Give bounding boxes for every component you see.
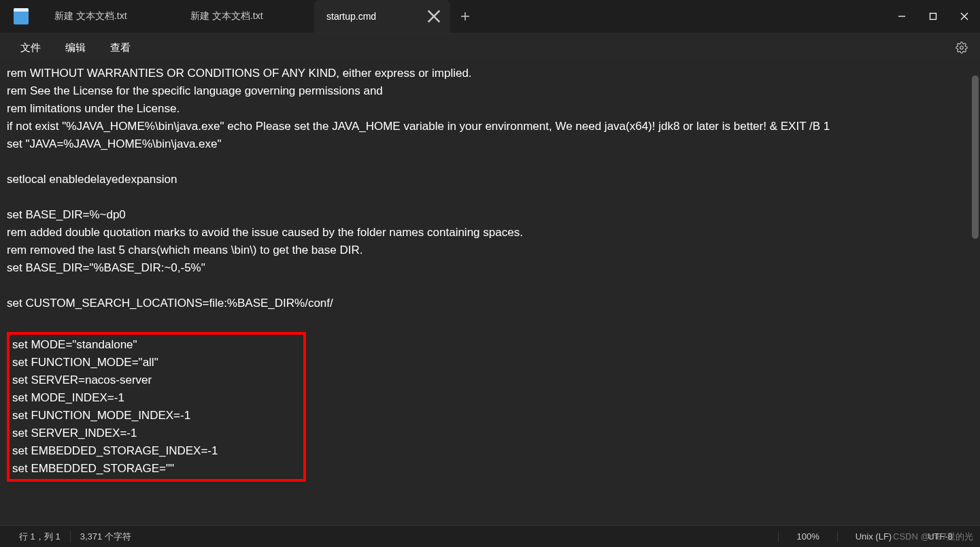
zoom-level[interactable]: 100% (778, 531, 837, 542)
editor-container: rem WITHOUT WARRANTIES OR CONDITIONS OF … (0, 62, 980, 525)
add-tab-button[interactable] (450, 0, 480, 33)
menu-bar-left: 文件 编辑 查看 (8, 37, 143, 59)
svg-point-8 (960, 46, 964, 50)
tabs-container: 新建 文本文档.txt 新建 文本文档.txt startup.cmd (42, 0, 886, 33)
char-count: 3,371 个字符 (71, 531, 141, 543)
close-icon[interactable] (427, 10, 441, 23)
status-bar: 行 1，列 1 3,371 个字符 100% Unix (LF) UTF-8 (0, 525, 980, 547)
highlighted-settings-block: set MODE="standalone" set FUNCTION_MODE=… (7, 332, 306, 482)
app-icon (0, 0, 42, 33)
tab-startup-cmd[interactable]: startup.cmd (314, 0, 450, 33)
svg-rect-5 (930, 14, 936, 20)
menu-bar: 文件 编辑 查看 (0, 33, 980, 62)
line-ending[interactable]: Unix (LF) (837, 531, 909, 542)
close-button[interactable] (949, 0, 980, 33)
notepad-icon (14, 8, 29, 24)
encoding[interactable]: UTF-8 (909, 531, 970, 542)
tab-label: 新建 文本文档.txt (54, 10, 169, 22)
menu-file[interactable]: 文件 (8, 37, 53, 59)
tab-label: startup.cmd (326, 11, 420, 22)
title-bar: 新建 文本文档.txt 新建 文本文档.txt startup.cmd (0, 0, 980, 33)
scrollbar-thumb[interactable] (972, 76, 979, 239)
minimize-button[interactable] (886, 0, 917, 33)
tab-file-1[interactable]: 新建 文本文档.txt (42, 0, 178, 33)
cursor-position: 行 1，列 1 (10, 531, 71, 543)
scrollbar[interactable] (970, 62, 980, 525)
maximize-button[interactable] (917, 0, 949, 33)
window-controls (886, 0, 980, 33)
menu-edit[interactable]: 编辑 (53, 37, 98, 59)
text-editor[interactable]: rem WITHOUT WARRANTIES OR CONDITIONS OF … (0, 62, 970, 525)
tab-label: 新建 文本文档.txt (190, 10, 305, 22)
menu-view[interactable]: 查看 (98, 37, 143, 59)
gear-icon[interactable] (951, 37, 972, 58)
tab-file-2[interactable]: 新建 文本文档.txt (178, 0, 314, 33)
